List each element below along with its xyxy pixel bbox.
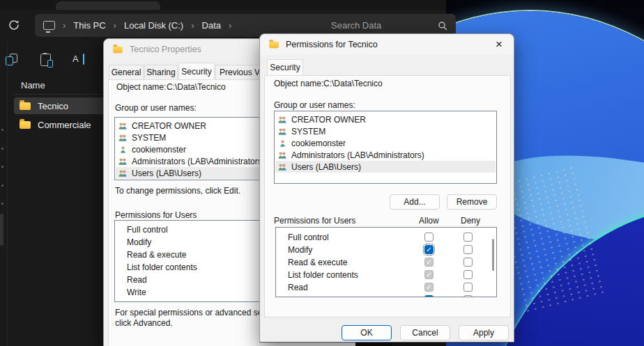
tab-sharing[interactable]: Sharing bbox=[144, 65, 178, 79]
permissions-checkbox-list[interactable]: Full controlModifyRead & executeList fol… bbox=[275, 227, 497, 297]
user-list-item[interactable]: Users (LAB\Users) bbox=[275, 161, 496, 173]
refresh-icon[interactable] bbox=[7, 18, 21, 32]
file-name: Tecnico bbox=[38, 101, 68, 111]
cancel-button[interactable]: Cancel bbox=[400, 325, 450, 340]
group-user-list[interactable]: CREATOR OWNERSYSTEMcookiemonsterAdminist… bbox=[114, 117, 272, 180]
column-header-name[interactable]: Name bbox=[21, 80, 45, 91]
group-icon bbox=[118, 122, 128, 129]
group-icon bbox=[118, 157, 128, 165]
deny-checkbox[interactable] bbox=[463, 270, 473, 279]
tree-bullet bbox=[1, 203, 3, 205]
permission-name: Read bbox=[288, 283, 308, 292]
permissions-list[interactable]: Full controlModifyRead & executeList fol… bbox=[114, 220, 272, 302]
rename-icon[interactable]: A bbox=[72, 54, 86, 65]
permission-name: Write bbox=[288, 295, 307, 297]
allow-checkbox[interactable] bbox=[424, 283, 434, 292]
user-list-item[interactable]: cookiemonster bbox=[116, 143, 270, 155]
explorer-tab[interactable] bbox=[56, 1, 160, 10]
permission-row[interactable]: Full control bbox=[277, 231, 496, 244]
close-icon[interactable]: × bbox=[490, 36, 508, 53]
header-divider bbox=[14, 94, 102, 95]
edit-hint: To change permissions, click Edit. bbox=[115, 186, 240, 196]
user-name: CREATOR OWNER bbox=[132, 121, 206, 131]
breadcrumb-chevron-icon: › bbox=[229, 21, 231, 30]
remove-button[interactable]: Remove bbox=[447, 194, 497, 210]
folder-icon bbox=[269, 41, 279, 47]
user-list-item[interactable]: Administrators (LAB\Administrators) bbox=[116, 155, 270, 167]
tab-general[interactable]: General bbox=[109, 65, 144, 79]
apply-button[interactable]: Apply bbox=[459, 325, 509, 340]
breadcrumb: ›This PC›Local Disk (C:)›Data› bbox=[63, 20, 231, 31]
permission-row[interactable]: Read bbox=[277, 281, 496, 294]
user-list-item[interactable]: cookiemonster bbox=[275, 137, 496, 149]
group-icon bbox=[277, 163, 288, 171]
allow-checkbox[interactable] bbox=[424, 233, 434, 242]
allow-checkbox[interactable] bbox=[424, 245, 434, 254]
group-user-list[interactable]: CREATOR OWNERSYSTEMcookiemonsterAdminist… bbox=[274, 111, 497, 184]
breadcrumb-chevron-icon: › bbox=[114, 21, 116, 30]
breadcrumb-item[interactable]: Data bbox=[202, 20, 221, 31]
ok-button[interactable]: OK bbox=[342, 325, 392, 340]
permission-row[interactable]: Write bbox=[277, 294, 496, 297]
breadcrumb-item[interactable]: Local Disk (C:) bbox=[124, 20, 183, 31]
user-list-item[interactable]: CREATOR OWNER bbox=[275, 113, 496, 125]
user-icon bbox=[118, 146, 128, 153]
user-list-item[interactable]: Administrators (LAB\Administrators) bbox=[275, 149, 496, 161]
user-name: Users (LAB\Users) bbox=[291, 162, 361, 172]
permission-row[interactable]: Read & execute bbox=[277, 256, 496, 269]
permission-row[interactable]: Read bbox=[116, 274, 270, 286]
permissions-dialog-titlebar[interactable]: Permissions for Tecnico × bbox=[260, 34, 514, 55]
deny-checkbox[interactable] bbox=[463, 295, 473, 297]
user-list-item[interactable]: SYSTEM bbox=[116, 132, 270, 143]
user-name: Administrators (LAB\Administrators) bbox=[132, 157, 265, 166]
allow-column-header: Allow bbox=[419, 216, 439, 226]
allow-checkbox[interactable] bbox=[424, 295, 434, 297]
permission-row[interactable]: Full control bbox=[116, 223, 270, 236]
group-icon bbox=[277, 116, 288, 123]
deny-checkbox[interactable] bbox=[463, 245, 473, 254]
user-list-item[interactable]: Users (LAB\Users) bbox=[116, 167, 270, 179]
permission-row[interactable]: Modify bbox=[116, 236, 270, 249]
user-name: SYSTEM bbox=[132, 133, 166, 143]
group-icon bbox=[118, 169, 128, 177]
explorer-tab-bar bbox=[0, 0, 446, 10]
user-name: Users (LAB\Users) bbox=[132, 168, 201, 178]
tab-security[interactable]: Security bbox=[267, 59, 303, 75]
permission-name: Modify bbox=[288, 245, 312, 255]
permission-name: List folder contents bbox=[127, 262, 197, 272]
permission-name: Special permissions bbox=[127, 300, 201, 302]
object-name-value: C:\Data\Tecnico bbox=[323, 79, 383, 88]
permission-row[interactable]: List folder contents bbox=[277, 269, 496, 281]
breadcrumb-chevron-icon: › bbox=[63, 21, 66, 30]
user-list-item[interactable]: CREATOR OWNER bbox=[116, 120, 270, 132]
nav-scrollbar[interactable] bbox=[0, 214, 3, 246]
object-name-label: Object name: bbox=[116, 82, 166, 92]
screen: ›This PC›Local Disk (C:)›Data› Search Da… bbox=[0, 0, 644, 346]
user-list-item[interactable]: SYSTEM bbox=[275, 125, 496, 137]
allow-checkbox[interactable] bbox=[424, 258, 434, 267]
user-name: Administrators (LAB\Administrators) bbox=[291, 150, 424, 160]
tab-security[interactable]: Security bbox=[178, 63, 215, 79]
permission-row[interactable]: Special permissions bbox=[116, 299, 270, 302]
search-icon[interactable] bbox=[438, 21, 447, 31]
breadcrumb-chevron-icon: › bbox=[191, 21, 194, 30]
breadcrumb-item[interactable]: This PC bbox=[73, 20, 105, 31]
dialog-title: Tecnico Properties bbox=[130, 45, 201, 54]
taskbar-fragment bbox=[355, 343, 392, 346]
object-name-value: C:\Data\Tecnico bbox=[167, 82, 226, 92]
user-name: cookiemonster bbox=[291, 139, 346, 148]
tree-bullet bbox=[1, 129, 3, 131]
permission-row[interactable]: Write bbox=[116, 286, 270, 299]
paste-icon[interactable] bbox=[40, 54, 51, 66]
add-button[interactable]: Add... bbox=[390, 194, 440, 210]
permission-row[interactable]: Modify bbox=[277, 244, 496, 256]
deny-checkbox[interactable] bbox=[463, 283, 473, 292]
permission-name: List folder contents bbox=[288, 270, 358, 280]
permission-row[interactable]: List folder contents bbox=[116, 261, 270, 274]
deny-checkbox[interactable] bbox=[463, 233, 473, 242]
permission-row[interactable]: Read & execute bbox=[116, 249, 270, 261]
deny-checkbox[interactable] bbox=[463, 258, 473, 267]
advanced-hint-line2: click Advanced. bbox=[115, 318, 173, 328]
folder-icon bbox=[20, 102, 31, 110]
allow-checkbox[interactable] bbox=[424, 270, 434, 279]
